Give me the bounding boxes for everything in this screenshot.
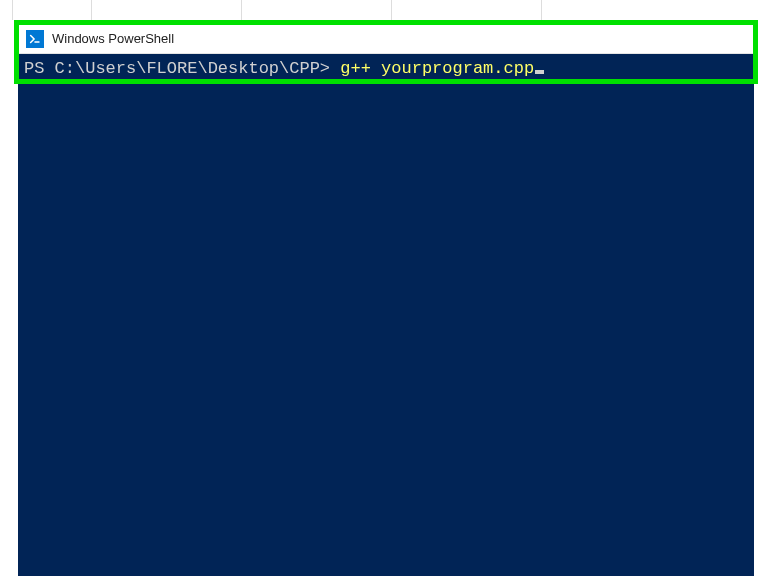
window-title-bar[interactable]: Windows PowerShell xyxy=(18,24,754,54)
window-title: Windows PowerShell xyxy=(52,31,174,46)
tab-ghost xyxy=(392,0,542,20)
terminal-area[interactable]: PS C:\Users\FLORE\Desktop\CPP> g++ yourp… xyxy=(18,54,754,576)
terminal-line: PS C:\Users\FLORE\Desktop\CPP> g++ yourp… xyxy=(24,58,748,80)
background-tab-strip xyxy=(0,0,768,20)
svg-rect-0 xyxy=(28,32,42,46)
tab-ghost xyxy=(92,0,242,20)
tab-ghost xyxy=(12,0,92,20)
terminal-command: g++ yourprogram.cpp xyxy=(340,58,534,80)
terminal-prompt: PS C:\Users\FLORE\Desktop\CPP> xyxy=(24,58,340,80)
tab-ghost xyxy=(242,0,392,20)
powershell-window: Windows PowerShell PS C:\Users\FLORE\Des… xyxy=(18,24,754,576)
powershell-icon xyxy=(26,30,44,48)
terminal-cursor xyxy=(535,70,544,74)
